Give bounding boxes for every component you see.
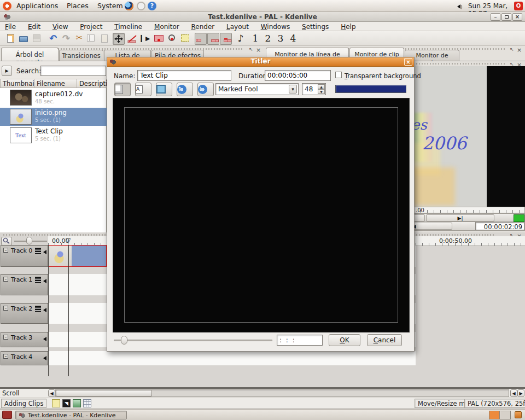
record-ready-button[interactable] (514, 214, 524, 222)
transparent-checkbox[interactable] (335, 72, 342, 78)
project-dock-float-icon[interactable]: ↖ (249, 46, 254, 52)
clip-row-textclip[interactable]: Text Text Clip 5 sec. (1) (0, 126, 107, 144)
track-lane-4[interactable] (48, 351, 416, 365)
add-text-icon[interactable] (114, 83, 131, 96)
collapse-track-icon[interactable]: – (3, 277, 8, 282)
project-dock-close-icon[interactable]: × (256, 46, 262, 54)
spin-down-icon[interactable]: ▼ (318, 89, 325, 94)
layout-4-button[interactable]: 4 (287, 33, 299, 44)
status-image-icon[interactable] (73, 399, 81, 407)
menu-system[interactable]: System (94, 2, 126, 10)
taskbar-task-button[interactable]: Test.kdenlive - PAL - Kdenlive (15, 411, 127, 419)
collapse-track-icon[interactable]: – (3, 354, 8, 359)
collapse-track-icon[interactable]: – (3, 306, 8, 311)
workspace-switcher[interactable] (489, 411, 511, 419)
status-color-icon[interactable] (52, 399, 60, 407)
title-name-input[interactable] (137, 70, 231, 81)
ok-button[interactable]: OK (329, 334, 360, 346)
workspace-1-active[interactable] (489, 411, 500, 419)
mute-track-icon[interactable] (43, 355, 46, 362)
text-color-swatch[interactable] (335, 85, 406, 93)
monitor-dock-close-icon[interactable]: × (517, 46, 523, 54)
font-combo-dropdown-icon[interactable]: ▾ (289, 85, 297, 94)
timeline-mode-2-icon[interactable] (207, 33, 219, 45)
add-rect-icon[interactable] (156, 83, 172, 96)
column-description[interactable]: Description (77, 79, 107, 88)
select-zone-icon[interactable] (179, 33, 191, 45)
font-size-spinbox[interactable]: 48 ▲ ▼ (302, 83, 326, 95)
undo-icon[interactable]: ↶ (47, 33, 59, 45)
tab-transitions[interactable]: Transiciones (59, 50, 103, 61)
spacer-tool-icon[interactable]: ▎▶ (139, 33, 151, 45)
menu-applications[interactable]: Applications (13, 2, 61, 10)
tab-project-tree[interactable]: Árbol del proyecto (1, 48, 59, 61)
audio-thumbnails-icon[interactable]: ♪ (235, 33, 247, 45)
lower-object-icon[interactable]: ↓ (197, 83, 214, 96)
browser-launcher-icon[interactable] (125, 2, 133, 10)
layout-3-button[interactable]: 3 (275, 33, 287, 44)
column-thumbnail[interactable]: Thumbnail (0, 79, 34, 88)
monitor-dock-float-icon[interactable]: ↖ (510, 46, 515, 52)
titler-close-icon[interactable]: × (404, 58, 412, 66)
go-to-end-button[interactable]: ▶| (426, 214, 494, 221)
status-clip-icon[interactable]: ◥ (62, 399, 71, 407)
raise-object-icon[interactable]: ↑ (177, 83, 193, 96)
scrollbar-right-icon[interactable]: ▶ (517, 389, 524, 397)
razor-tool-icon[interactable] (126, 33, 138, 45)
playhead-line[interactable] (68, 245, 69, 376)
search-options-icon[interactable]: ▸ (2, 66, 12, 76)
zoom-slider-track[interactable] (114, 340, 272, 341)
zoom-slider-handle[interactable] (26, 237, 32, 244)
show-desktop-icon[interactable] (2, 411, 12, 419)
video-track-icon[interactable] (35, 248, 41, 254)
clip-row-capture[interactable]: capture012.dv 48 sec. (0, 89, 107, 107)
video-track-icon[interactable] (35, 306, 41, 312)
collapse-track-icon[interactable]: – (3, 248, 8, 253)
maximize-button[interactable] (501, 13, 511, 21)
cancel-button[interactable]: Cancel (367, 334, 402, 346)
mute-track-icon[interactable] (43, 278, 46, 285)
titler-titlebar[interactable]: Titler × (107, 57, 414, 67)
font-combo[interactable]: Marked Fool ▾ (215, 83, 299, 95)
cut-icon[interactable]: ✂ (73, 33, 85, 45)
copy-icon[interactable] (86, 33, 98, 45)
track-header-3[interactable]: – Track 3 (1, 332, 48, 347)
new-file-icon[interactable] (4, 33, 16, 45)
volume-icon[interactable]: ) (457, 3, 463, 10)
video-track-icon[interactable] (35, 277, 41, 283)
status-slideshow-icon[interactable] (83, 399, 91, 407)
save-file-icon[interactable] (31, 33, 43, 45)
record-icon[interactable] (166, 33, 178, 45)
zoom-slider-handle[interactable] (121, 336, 127, 345)
power-icon[interactable]: O (514, 2, 523, 10)
workspace-2[interactable] (500, 411, 510, 419)
record-region-icon[interactable] (153, 33, 165, 45)
monitor-timecode[interactable]: 00:00:02:09 (475, 222, 524, 230)
scrollbar-left-2-icon[interactable]: ◀ (510, 389, 517, 397)
search-input[interactable] (40, 66, 106, 76)
window-titlebar[interactable]: Test.kdenlive - PAL - Kdenlive – × (0, 12, 525, 22)
trash-icon[interactable] (515, 411, 522, 418)
mute-track-icon[interactable] (43, 307, 46, 314)
mute-track-icon[interactable] (43, 249, 46, 256)
position-timecode-field[interactable]: : : : (277, 335, 323, 346)
timeline-mode-1-icon[interactable] (195, 33, 207, 45)
track-header-1[interactable]: – Track 1 (1, 274, 48, 295)
track-header-4[interactable]: – Track 4 (1, 351, 48, 365)
scrollbar-thumb[interactable] (56, 390, 152, 396)
redo-icon[interactable]: ↷ (60, 33, 72, 45)
updates-icon[interactable] (137, 2, 145, 10)
scrollbar-left-icon[interactable]: ◀ (48, 389, 55, 397)
duration-input[interactable] (265, 70, 331, 81)
track-header-0[interactable]: – Track 0 (1, 245, 48, 267)
column-filename[interactable]: Filename (34, 79, 77, 88)
distro-logo-icon[interactable] (3, 2, 11, 10)
layout-2-button[interactable]: 2 (262, 33, 274, 44)
title-canvas[interactable] (113, 98, 410, 332)
help-icon[interactable]: ? (148, 2, 156, 10)
close-button[interactable]: × (512, 13, 522, 21)
mute-track-icon[interactable] (43, 336, 46, 343)
timeline-mode-3-icon[interactable] (220, 33, 232, 45)
spin-up-icon[interactable]: ▲ (318, 84, 325, 89)
collapse-track-icon[interactable]: – (3, 335, 8, 340)
